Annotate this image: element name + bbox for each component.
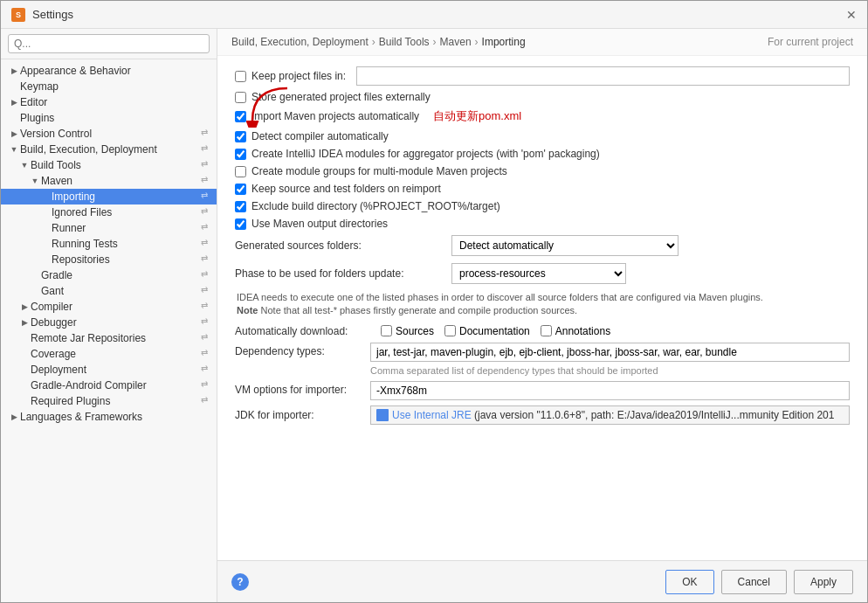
- generated-sources-select[interactable]: Detect automatically: [451, 235, 679, 256]
- sidebar-item-coverage[interactable]: Coverage ⇄: [1, 346, 217, 362]
- create-intellij-modules-text: Create IntelliJ IDEA modules for aggrega…: [251, 148, 600, 160]
- use-maven-output-label[interactable]: Use Maven output directories: [235, 218, 388, 230]
- keep-project-files-label[interactable]: Keep project files in:: [235, 70, 346, 82]
- window-title: Settings: [32, 8, 73, 21]
- sidebar-item-editor[interactable]: ▶ Editor: [1, 94, 217, 110]
- vm-options-row: VM options for importer:: [235, 381, 850, 400]
- sidebar-item-build-exec[interactable]: ▼ Build, Execution, Deployment ⇄: [1, 142, 217, 157]
- sidebar-item-version-control[interactable]: ▶ Version Control ⇄: [1, 126, 217, 142]
- annotations-checkbox-label[interactable]: Annotations: [541, 325, 610, 337]
- breadcrumb-sep-3: ›: [475, 36, 479, 48]
- import-maven-annotation: 自动更新pom.xml: [433, 108, 521, 124]
- keep-project-files-input[interactable]: [356, 66, 850, 86]
- documentation-checkbox[interactable]: [444, 325, 456, 336]
- create-intellij-modules-checkbox[interactable]: [235, 149, 246, 160]
- phase-select[interactable]: process-resources: [451, 263, 626, 284]
- sidebar-item-label: Gant: [41, 285, 201, 297]
- sidebar-item-running-tests[interactable]: Running Tests ⇄: [1, 236, 217, 252]
- jdk-text: Use Internal JRE (java version "11.0.6+8…: [392, 409, 834, 421]
- sidebar-item-maven[interactable]: ▼ Maven ⇄: [1, 173, 217, 189]
- import-maven-checkbox[interactable]: [235, 111, 246, 122]
- sidebar-item-languages[interactable]: ▶ Languages & Frameworks: [1, 409, 217, 425]
- sidebar-item-gant[interactable]: Gant ⇄: [1, 283, 217, 299]
- apply-button[interactable]: Apply: [794, 570, 853, 594]
- expand-icon: [39, 206, 52, 218]
- sync-icon: ⇄: [201, 175, 213, 187]
- sidebar-item-build-tools[interactable]: ▼ Build Tools ⇄: [1, 157, 217, 173]
- sources-checkbox[interactable]: [381, 325, 392, 336]
- sync-icon: ⇄: [201, 238, 213, 250]
- use-maven-output-checkbox[interactable]: [235, 218, 246, 230]
- detect-compiler-label[interactable]: Detect compiler automatically: [235, 130, 389, 142]
- sidebar-item-plugins[interactable]: Plugins: [1, 110, 217, 126]
- expand-icon: [8, 80, 20, 93]
- dependency-hint: Comma separated list of dependency types…: [235, 365, 850, 376]
- exclude-build-dir-checkbox[interactable]: [235, 201, 246, 212]
- exclude-build-dir-label[interactable]: Exclude build directory (%PROJECT_ROOT%/…: [235, 200, 500, 212]
- search-input[interactable]: [8, 34, 210, 53]
- jdk-value[interactable]: Use Internal JRE (java version "11.0.6+8…: [370, 405, 850, 425]
- sidebar-item-debugger[interactable]: ▶ Debugger ⇄: [1, 315, 217, 330]
- create-module-groups-label[interactable]: Create module groups for multi-module Ma…: [235, 165, 507, 177]
- import-maven-label[interactable]: Import Maven projects automatically: [235, 110, 419, 122]
- sync-icon: ⇄: [201, 332, 213, 344]
- sidebar-item-importing[interactable]: Importing ⇄: [1, 189, 217, 204]
- title-bar-left: S Settings: [11, 8, 73, 22]
- breadcrumb-part-2: Build Tools: [379, 36, 430, 48]
- sidebar-item-keymap[interactable]: Keymap: [1, 79, 217, 94]
- store-generated-label[interactable]: Store generated project files externally: [235, 91, 431, 103]
- create-module-groups-checkbox[interactable]: [235, 166, 246, 177]
- annotations-checkbox[interactable]: [541, 325, 552, 336]
- sources-label: Sources: [396, 325, 434, 337]
- sidebar-item-repositories[interactable]: Repositories ⇄: [1, 252, 217, 267]
- sidebar-item-gradle[interactable]: Gradle ⇄: [1, 267, 217, 283]
- sidebar-item-ignored-files[interactable]: Ignored Files ⇄: [1, 204, 217, 220]
- expand-icon: [8, 112, 20, 124]
- keep-source-test-row: Keep source and test folders on reimport: [235, 183, 850, 195]
- sidebar-item-deployment[interactable]: Deployment ⇄: [1, 362, 217, 378]
- sidebar-item-remote-jar[interactable]: Remote Jar Repositories ⇄: [1, 330, 217, 346]
- sidebar-item-compiler[interactable]: ▶ Compiler ⇄: [1, 299, 217, 315]
- cancel-button[interactable]: Cancel: [721, 570, 787, 594]
- keep-source-test-checkbox[interactable]: [235, 184, 246, 195]
- breadcrumb-part-1: Build, Execution, Deployment: [231, 36, 369, 48]
- keep-project-files-checkbox[interactable]: [235, 71, 246, 82]
- sync-icon: ⇄: [201, 206, 213, 218]
- expand-icon: [18, 379, 31, 392]
- expand-icon: ▶: [8, 65, 20, 77]
- sync-icon: ⇄: [201, 301, 213, 313]
- sidebar-item-label: Required Plugins: [31, 395, 201, 407]
- breadcrumb-current: Importing: [482, 36, 526, 48]
- sidebar-item-label: Languages & Frameworks: [20, 411, 213, 423]
- documentation-label: Documentation: [459, 325, 530, 337]
- search-box: [1, 29, 217, 59]
- generated-sources-label: Generated sources folders:: [235, 239, 444, 252]
- keep-source-test-label[interactable]: Keep source and test folders on reimport: [235, 183, 441, 195]
- info-note-label: Note: [237, 305, 258, 315]
- dependency-types-input[interactable]: [370, 343, 850, 362]
- sidebar-item-runner[interactable]: Runner ⇄: [1, 220, 217, 236]
- keep-project-files-row: Keep project files in:: [235, 66, 850, 86]
- exclude-build-dir-row: Exclude build directory (%PROJECT_ROOT%/…: [235, 200, 850, 212]
- import-maven-row: Import Maven projects automatically 自动更新…: [235, 108, 850, 124]
- vm-options-input[interactable]: [370, 381, 850, 400]
- create-module-groups-row: Create module groups for multi-module Ma…: [235, 165, 850, 177]
- sidebar-item-label: Version Control: [20, 128, 201, 140]
- expand-icon: ▶: [8, 128, 20, 140]
- generated-sources-row: Generated sources folders: Detect automa…: [235, 235, 850, 256]
- ok-button[interactable]: OK: [665, 570, 713, 594]
- store-generated-checkbox[interactable]: [235, 92, 246, 103]
- documentation-checkbox-label[interactable]: Documentation: [444, 325, 530, 337]
- sidebar-item-gradle-android[interactable]: Gradle-Android Compiler ⇄: [1, 378, 217, 393]
- jdk-icon: [376, 409, 389, 421]
- sidebar-item-label: Compiler: [31, 301, 201, 313]
- detect-compiler-checkbox[interactable]: [235, 131, 246, 142]
- create-intellij-modules-label[interactable]: Create IntelliJ IDEA modules for aggrega…: [235, 148, 600, 160]
- sync-icon: ⇄: [201, 348, 213, 360]
- close-button[interactable]: ✕: [846, 8, 857, 22]
- sidebar-item-required-plugins[interactable]: Required Plugins ⇄: [1, 393, 217, 409]
- help-button[interactable]: ?: [231, 573, 249, 591]
- dependency-types-label: Dependency types:: [235, 343, 370, 357]
- sidebar-item-appearance[interactable]: ▶ Appearance & Behavior: [1, 63, 217, 79]
- sources-checkbox-label[interactable]: Sources: [381, 325, 434, 337]
